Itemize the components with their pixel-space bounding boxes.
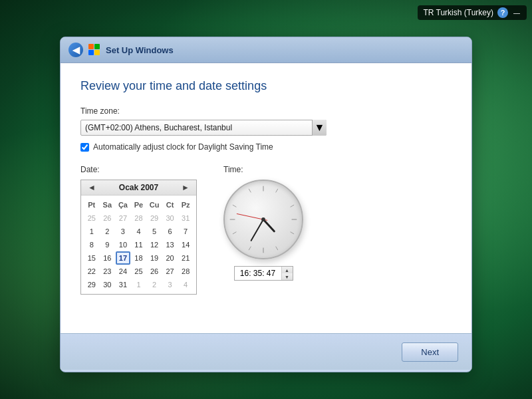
cal-day[interactable]: 20 bbox=[163, 251, 178, 265]
time-spin-up-button[interactable]: ▲ bbox=[282, 267, 293, 273]
time-input[interactable]: 16: 35: 47 bbox=[235, 267, 281, 279]
calendar-week-2: 8 9 10 11 12 13 14 bbox=[84, 238, 194, 251]
svg-line-12 bbox=[233, 205, 237, 207]
language-label: TR Turkish (Turkey) bbox=[423, 8, 493, 17]
cal-day[interactable]: 24 bbox=[116, 265, 130, 278]
svg-line-17 bbox=[251, 219, 263, 241]
cal-day[interactable]: 4 bbox=[131, 225, 146, 238]
cal-day[interactable]: 30 bbox=[163, 211, 178, 225]
calendar-week-0: 25 26 27 28 29 30 31 bbox=[84, 211, 194, 225]
cal-day[interactable]: 9 bbox=[100, 238, 114, 251]
cal-header-5: Ct bbox=[163, 198, 178, 211]
calendar: ◄ Ocak 2007 ► Pt Sa Ça Pe Cu Ct bbox=[80, 180, 197, 295]
cal-day[interactable]: 28 bbox=[178, 265, 193, 278]
cal-day[interactable]: 1 bbox=[84, 225, 99, 238]
dialog-title: Set Up Windows bbox=[106, 45, 174, 55]
back-arrow-icon: ◀ bbox=[72, 45, 80, 55]
dst-row: Automatically adjust clock for Daylight … bbox=[80, 142, 452, 152]
svg-rect-1 bbox=[94, 44, 100, 49]
cal-day[interactable]: 6 bbox=[163, 225, 178, 238]
cal-day[interactable]: 26 bbox=[147, 265, 162, 278]
next-button[interactable]: Next bbox=[402, 342, 458, 362]
cal-day[interactable]: 10 bbox=[116, 238, 130, 251]
windows-logo-icon bbox=[88, 44, 100, 56]
calendar-week-4: 22 23 24 25 26 27 28 bbox=[84, 265, 194, 278]
page-heading: Review your time and date settings bbox=[80, 79, 452, 93]
cal-day[interactable]: 31 bbox=[116, 278, 130, 291]
cal-day[interactable]: 4 bbox=[178, 278, 193, 291]
cal-day[interactable]: 1 bbox=[131, 278, 146, 291]
minimize-button[interactable]: — bbox=[512, 9, 521, 17]
cal-day[interactable]: 2 bbox=[100, 225, 114, 238]
calendar-next-button[interactable]: ► bbox=[179, 183, 192, 192]
cal-day[interactable]: 11 bbox=[131, 238, 146, 251]
date-label: Date: bbox=[80, 165, 197, 174]
title-bar: ◀ Set Up Windows bbox=[61, 37, 471, 63]
timezone-select[interactable]: (GMT+02:00) Athens, Bucharest, Istanbul bbox=[80, 120, 327, 136]
cal-day[interactable]: 29 bbox=[84, 278, 99, 291]
svg-rect-3 bbox=[94, 50, 100, 55]
cal-day[interactable]: 30 bbox=[100, 278, 114, 291]
svg-line-15 bbox=[249, 247, 251, 251]
cal-day[interactable]: 5 bbox=[147, 225, 162, 238]
cal-day[interactable]: 18 bbox=[131, 251, 146, 265]
cal-day-today[interactable]: 17 bbox=[116, 251, 130, 265]
dst-checkbox[interactable] bbox=[80, 143, 89, 152]
back-button[interactable]: ◀ bbox=[68, 43, 83, 57]
svg-line-9 bbox=[249, 189, 251, 193]
help-button[interactable]: ? bbox=[497, 7, 508, 18]
cal-day[interactable]: 12 bbox=[147, 238, 162, 251]
taskbar-language-bar: TR Turkish (Turkey) ? — bbox=[418, 5, 527, 20]
cal-day[interactable]: 7 bbox=[178, 225, 193, 238]
cal-day[interactable]: 27 bbox=[116, 211, 130, 225]
cal-day[interactable]: 25 bbox=[131, 265, 146, 278]
svg-line-11 bbox=[291, 232, 295, 234]
cal-header-0: Pt bbox=[84, 198, 99, 211]
cal-day[interactable]: 15 bbox=[84, 251, 99, 265]
clock-svg bbox=[225, 181, 302, 258]
cal-header-3: Pe bbox=[131, 198, 146, 211]
cal-day[interactable]: 8 bbox=[84, 238, 99, 251]
calendar-header: ◄ Ocak 2007 ► bbox=[81, 180, 196, 196]
dst-label[interactable]: Automatically adjust clock for Daylight … bbox=[93, 142, 273, 152]
cal-day[interactable]: 25 bbox=[84, 211, 99, 225]
cal-day[interactable]: 14 bbox=[178, 238, 193, 251]
svg-rect-2 bbox=[88, 50, 94, 55]
cal-day[interactable]: 19 bbox=[147, 251, 162, 265]
bottom-bar: Next bbox=[61, 333, 471, 370]
cal-day[interactable]: 21 bbox=[178, 251, 193, 265]
calendar-header-row: Pt Sa Ça Pe Cu Ct Pz bbox=[84, 198, 194, 211]
cal-day[interactable]: 26 bbox=[100, 211, 114, 225]
svg-line-10 bbox=[291, 205, 295, 207]
calendar-week-3: 15 16 17 18 19 20 21 bbox=[84, 251, 194, 265]
cal-header-2: Ça bbox=[116, 198, 130, 211]
cal-day[interactable]: 2 bbox=[147, 278, 162, 291]
cal-day[interactable]: 16 bbox=[100, 251, 114, 265]
content-area: Review your time and date settings Time … bbox=[61, 63, 471, 370]
cal-header-4: Cu bbox=[147, 198, 162, 211]
svg-line-16 bbox=[263, 219, 274, 231]
svg-rect-0 bbox=[88, 44, 94, 49]
time-spin-down-button[interactable]: ▼ bbox=[282, 273, 293, 280]
time-section: Time: bbox=[223, 165, 303, 281]
timezone-label: Time zone: bbox=[80, 106, 452, 116]
clock-container: 16: 35: 47 ▲ ▼ bbox=[223, 180, 303, 281]
cal-day[interactable]: 31 bbox=[178, 211, 193, 225]
time-spinners: ▲ ▼ bbox=[281, 267, 293, 280]
cal-day[interactable]: 3 bbox=[163, 278, 178, 291]
cal-day[interactable]: 27 bbox=[163, 265, 178, 278]
date-time-container: Date: ◄ Ocak 2007 ► Pt Sa Ça Pe bbox=[80, 165, 452, 295]
svg-line-13 bbox=[233, 232, 237, 234]
svg-line-14 bbox=[276, 247, 278, 251]
cal-day[interactable]: 28 bbox=[131, 211, 146, 225]
cal-day[interactable]: 23 bbox=[100, 265, 114, 278]
calendar-week-5: 29 30 31 1 2 3 4 bbox=[84, 278, 194, 291]
cal-day[interactable]: 13 bbox=[163, 238, 178, 251]
timezone-wrapper: (GMT+02:00) Athens, Bucharest, Istanbul … bbox=[80, 120, 327, 136]
cal-day[interactable]: 3 bbox=[116, 225, 130, 238]
cal-day[interactable]: 29 bbox=[147, 211, 162, 225]
calendar-prev-button[interactable]: ◄ bbox=[85, 183, 98, 192]
time-label: Time: bbox=[223, 165, 303, 174]
cal-day[interactable]: 22 bbox=[84, 265, 99, 278]
date-section: Date: ◄ Ocak 2007 ► Pt Sa Ça Pe bbox=[80, 165, 197, 295]
